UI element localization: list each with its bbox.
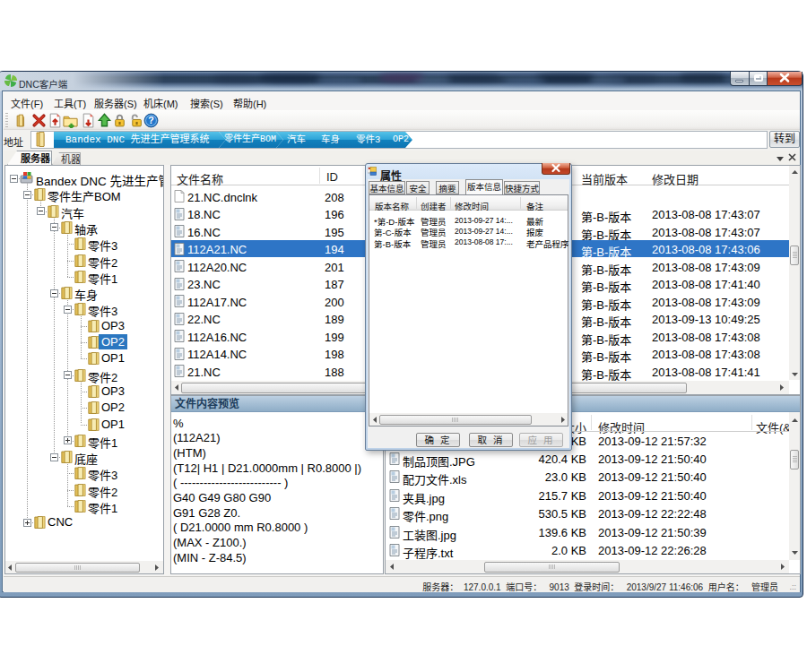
svg-text:?: ? [148,115,153,125]
